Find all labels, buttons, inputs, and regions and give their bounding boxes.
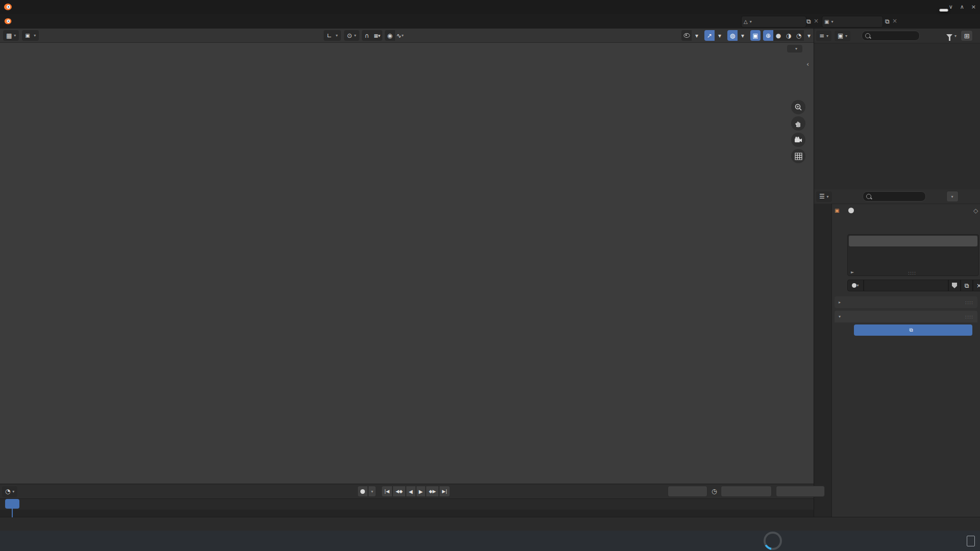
search-icon: [866, 194, 871, 199]
shading-solid-icon[interactable]: ●: [773, 30, 783, 41]
timeline-editor-type-button[interactable]: ◔ ▾: [2, 486, 17, 497]
outliner-filter-mode-dropdown[interactable]: ▣ ▾: [835, 31, 850, 41]
play-reverse-button[interactable]: ◀: [406, 486, 416, 497]
battery-widget[interactable]: [764, 532, 782, 550]
viewlayer-remove-icon[interactable]: ×: [892, 17, 897, 24]
taskbar: [0, 531, 980, 551]
gizmos-chevron[interactable]: ▾: [715, 30, 725, 41]
overlays-icon[interactable]: ◍: [727, 30, 738, 41]
playback-controls: ▾ |◀ ◀◆ ◀ ▶ ◆▶ ▶|: [357, 486, 450, 497]
transform-orientation-group: ∟ ▾ ⊙ ▾ ∩ ▦▾ ◉ ∿▾: [321, 30, 405, 41]
scene-selector[interactable]: △▾: [741, 16, 806, 28]
scene-copy-icon[interactable]: ⧉: [806, 18, 811, 25]
browse-material-dropdown[interactable]: ▾: [847, 280, 864, 291]
outliner-display-mode-dropdown[interactable]: ≡ ▾: [816, 31, 831, 41]
snap-target-dropdown[interactable]: ▦▾: [372, 30, 382, 41]
properties-options-chevron[interactable]: ▾: [946, 191, 959, 202]
shading-chevron[interactable]: ▾: [804, 30, 814, 41]
viewlayer-selector[interactable]: ▣▾: [822, 16, 883, 28]
preview-panel-header[interactable]: ▸ ::::: [835, 296, 977, 308]
use-nodes-button[interactable]: ⧉: [854, 324, 972, 336]
sidebar-collapse-arrow[interactable]: ‹: [806, 60, 809, 68]
mode-dropdown[interactable]: ▣ ▾: [22, 30, 39, 41]
outliner-search-input[interactable]: [862, 31, 920, 41]
editor-type-button[interactable]: ▦ ▾: [3, 30, 19, 41]
orientation-icon: ∟: [327, 32, 332, 39]
new-material-copy-button[interactable]: ⧉: [961, 280, 973, 291]
zoom-button[interactable]: [791, 100, 805, 114]
proportional-falloff-dropdown[interactable]: ∿▾: [395, 30, 405, 41]
xray-toggle-icon[interactable]: ▣: [750, 30, 761, 41]
slot-list-grip[interactable]: ::::: [908, 270, 916, 276]
topbar: △▾ ⧉ × ▣▾ ⧉ ×: [0, 14, 980, 29]
breadcrumb: ▣ ◇: [835, 208, 857, 213]
object-mode-icon: ▣: [25, 33, 30, 38]
titlebar: ∨ ∧ ×: [0, 0, 980, 14]
minimize-button[interactable]: ∨: [949, 4, 953, 10]
viewport-canvas[interactable]: [0, 29, 814, 484]
pivot-icon: ⊙: [347, 32, 352, 39]
search-icon: [865, 33, 870, 38]
show-desktop-button[interactable]: [967, 536, 975, 546]
surface-panel-header[interactable]: ▾ ::::: [835, 311, 977, 322]
playhead-line: [12, 509, 13, 517]
material-datablock-row: ▾ ⧉ × ▽▾: [847, 280, 980, 291]
viewport-header: ▦ ▾ ▣ ▾ ∟ ▾ ⊙ ▾ ∩ ▦▾ ◉ ∿▾: [0, 29, 814, 43]
blender-logo-icon: [4, 3, 13, 11]
slot-list-expand-icon[interactable]: ►: [851, 270, 854, 274]
toggle-ortho-grid-button[interactable]: [791, 149, 805, 163]
scene-unlink-icon[interactable]: ×: [814, 17, 819, 24]
close-button[interactable]: ×: [971, 4, 976, 10]
auto-keying-dropdown[interactable]: ▾: [368, 486, 376, 497]
shading-wireframe-icon[interactable]: ⊕: [763, 30, 773, 41]
previous-keyframe-button[interactable]: ◀◆: [393, 486, 406, 497]
playhead[interactable]: [5, 499, 19, 509]
options-dropdown[interactable]: ▾: [787, 45, 802, 53]
start-frame-field[interactable]: [721, 486, 772, 497]
new-collection-button[interactable]: ⊞: [961, 30, 973, 41]
pin-icon[interactable]: ◇: [973, 207, 978, 214]
material-name-field[interactable]: [864, 280, 948, 291]
shading-material-icon[interactable]: ◑: [783, 30, 794, 41]
properties-editor: ☰ ▾ ▾ ▣ ◇ ►: [814, 189, 980, 517]
maximize-button[interactable]: ∧: [960, 4, 964, 10]
stopwatch-icon[interactable]: ◷: [712, 488, 717, 495]
viewlayer-icon: ▣: [822, 19, 831, 24]
unlink-material-button[interactable]: ×: [973, 280, 980, 291]
viewport-3d[interactable]: ▦ ▾ ▣ ▾ ∟ ▾ ⊙ ▾ ∩ ▦▾ ◉ ∿▾: [0, 29, 814, 484]
material-slot-list[interactable]: ► ::::: [847, 234, 979, 276]
timeline-header: ◔ ▾ ▾ |◀ ◀◆ ◀ ▶ ◆▶ ▶| ◷: [0, 484, 814, 498]
battery-percent: [766, 534, 780, 548]
show-object-types-icon[interactable]: [681, 30, 692, 41]
auto-keying-record-button[interactable]: [357, 486, 368, 497]
viewlayer-copy-icon[interactable]: ⧉: [885, 18, 890, 25]
properties-search-input[interactable]: [863, 191, 926, 202]
fake-user-shield-button[interactable]: [948, 280, 961, 291]
jump-to-start-button[interactable]: |◀: [381, 486, 393, 497]
material-slot-row[interactable]: [849, 236, 977, 246]
snap-magnet-icon[interactable]: ∩: [362, 30, 372, 41]
show-object-types-chevron[interactable]: ▾: [692, 30, 702, 41]
next-keyframe-button[interactable]: ◆▶: [426, 486, 439, 497]
proportional-editing-icon[interactable]: ◉: [385, 30, 395, 41]
close-tooltip: [939, 9, 948, 12]
camera-view-button[interactable]: [791, 133, 805, 147]
pan-hand-button[interactable]: [791, 116, 805, 131]
material-icon: [848, 208, 854, 213]
shading-rendered-icon[interactable]: ◔: [794, 30, 804, 41]
overlays-chevron[interactable]: ▾: [738, 30, 748, 41]
material-sphere-icon: [851, 238, 857, 244]
jump-to-end-button[interactable]: ▶|: [439, 486, 450, 497]
blender-menu-icon[interactable]: [5, 17, 12, 25]
outliner-filter-dropdown[interactable]: ▾: [946, 34, 957, 38]
orientation-dropdown[interactable]: ∟ ▾: [324, 30, 341, 41]
frame-range-controls: ◷: [668, 486, 825, 497]
timeline-channels[interactable]: [0, 510, 814, 517]
current-frame-field[interactable]: [668, 486, 707, 497]
timeline-ruler[interactable]: [0, 498, 814, 510]
end-frame-field[interactable]: [776, 486, 825, 497]
gizmos-icon[interactable]: ↗: [704, 30, 715, 41]
properties-editor-type-button[interactable]: ☰ ▾: [816, 191, 832, 202]
play-button[interactable]: ▶: [416, 486, 426, 497]
pivot-point-dropdown[interactable]: ⊙ ▾: [344, 30, 359, 41]
